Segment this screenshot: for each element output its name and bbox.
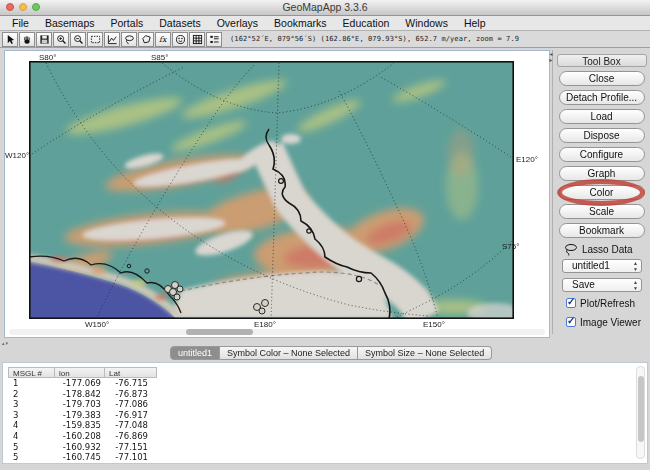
table-row[interactable]: 3-179.383-76.917 — [8, 410, 160, 421]
rect-select-tool-button[interactable] — [87, 32, 103, 47]
table-cell: -160.932 — [55, 442, 105, 453]
grid-tool-button[interactable] — [189, 32, 205, 47]
menu-item-portals[interactable]: Portals — [103, 17, 152, 29]
table-cell: -179.383 — [55, 410, 105, 421]
column-header-msgl[interactable]: MSGL # — [8, 367, 55, 378]
lat-label-s75: S75° — [502, 242, 519, 251]
toolbox-header: Tool Box — [557, 54, 647, 67]
table-cell: -76.869 — [105, 431, 157, 442]
table-row[interactable]: 4-160.208-76.869 — [8, 431, 160, 442]
table-row[interactable]: 5-160.932-77.151 — [8, 442, 160, 453]
dataset-dropdown[interactable]: untitled1 ▲▼ — [562, 259, 642, 273]
table-cell: -177.069 — [55, 378, 105, 389]
lasso-data-button[interactable]: Lasso Data — [563, 242, 633, 257]
close-window-icon[interactable] — [6, 3, 14, 11]
tab-symbol-color-none-selected[interactable]: Symbol Color – None Selected — [220, 346, 358, 360]
pointer-tool-button[interactable] — [2, 32, 18, 47]
column-header-lat[interactable]: Lat — [105, 367, 157, 378]
profile-icon — [107, 34, 118, 45]
function-fx-tool-button[interactable]: fx — [155, 32, 171, 47]
image-viewer-label: Image Viewer — [580, 317, 641, 328]
lasso-tool-button[interactable] — [121, 32, 137, 47]
plot-refresh-checkbox[interactable]: ✓ Plot/Refresh — [566, 297, 635, 309]
tab-untitled1[interactable]: untitled1 — [170, 346, 220, 360]
table-header-row: MSGL #lonLat — [8, 367, 160, 378]
column-header-lon[interactable]: lon — [55, 367, 105, 378]
plot-refresh-label: Plot/Refresh — [580, 298, 635, 309]
tool-buttons: fx — [2, 32, 223, 47]
table-cell: 3 — [8, 410, 55, 421]
zoom-in-icon — [56, 34, 67, 45]
table-row[interactable]: 2-178.842-76.873 — [8, 389, 160, 400]
checkbox-checked-icon: ✓ — [566, 317, 576, 327]
svg-text:fx: fx — [159, 35, 168, 44]
menu-item-education[interactable]: Education — [335, 17, 398, 29]
zoom-out-tool-button[interactable] — [70, 32, 86, 47]
geomapapp-window: GeoMapApp 3.3.6 FileBasemapsPortalsDatas… — [0, 0, 650, 470]
image-viewer-checkbox[interactable]: ✓ Image Viewer — [566, 316, 641, 328]
map-scrollbar-thumb[interactable] — [186, 329, 253, 335]
polygon-select-tool-button[interactable] — [138, 32, 154, 47]
menu-item-windows[interactable]: Windows — [397, 17, 456, 29]
stepper-arrows-icon: ▲▼ — [633, 260, 638, 272]
sidebar-button-close[interactable]: Close — [559, 71, 645, 86]
menu-item-file[interactable]: File — [4, 17, 37, 29]
menu-item-datasets[interactable]: Datasets — [151, 17, 208, 29]
pointer-icon — [5, 34, 16, 45]
map-horizontal-scrollbar[interactable] — [9, 329, 545, 335]
table-cell: -179.703 — [55, 399, 105, 410]
sidebar-button-dispose[interactable]: Dispose — [559, 128, 645, 143]
save-dropdown[interactable]: Save ▲▼ — [562, 278, 642, 292]
table-row[interactable]: 5-160.745-77.101 — [8, 452, 160, 462]
sidebar-button-bookmark[interactable]: Bookmark — [559, 223, 645, 238]
save-dropdown-value: Save — [572, 279, 595, 291]
zoom-out-icon — [73, 34, 84, 45]
table-cell: -76.917 — [105, 410, 157, 421]
zoom-window-icon[interactable] — [32, 3, 40, 11]
data-table-panel: MSGL #lonLat1-177.069-76.7152-178.842-76… — [2, 362, 648, 464]
table-vertical-scrollbar[interactable] — [636, 366, 645, 459]
lon-label-e150: E150° — [423, 320, 445, 329]
stepper-arrows-icon: ▲▼ — [633, 279, 638, 291]
sidebar-button-load[interactable]: Load — [559, 109, 645, 124]
table-cell: -77.048 — [105, 420, 157, 431]
table-cell: -77.151 — [105, 442, 157, 453]
save-tool-button[interactable] — [36, 32, 52, 47]
profile-tool-button[interactable] — [104, 32, 120, 47]
function-fx-icon: fx — [158, 34, 169, 45]
table-scrollbar-thumb[interactable] — [638, 376, 644, 442]
rect-select-icon — [90, 34, 101, 45]
zoom-in-tool-button[interactable] — [53, 32, 69, 47]
minimize-window-icon[interactable] — [19, 3, 27, 11]
save-icon — [39, 34, 50, 45]
menu-item-help[interactable]: Help — [456, 17, 494, 29]
table-row[interactable]: 3-179.703-77.086 — [8, 399, 160, 410]
layers-icon — [209, 34, 220, 45]
table-row[interactable]: 4-159.835-77.048 — [8, 420, 160, 431]
table-row[interactable]: 1-177.069-76.715 — [8, 378, 160, 389]
menu-item-overlays[interactable]: Overlays — [209, 17, 266, 29]
pan-hand-tool-button[interactable] — [19, 32, 35, 47]
menu-item-bookmarks[interactable]: Bookmarks — [266, 17, 335, 29]
tab-symbol-size-none-selected[interactable]: Symbol Size – None Selected — [358, 346, 492, 360]
pan-hand-icon — [22, 34, 33, 45]
antarctica-ice-velocity-map[interactable] — [29, 61, 514, 319]
lon-label-w150: W150° — [85, 320, 109, 329]
sidebar-button-scale[interactable]: Scale — [559, 204, 645, 219]
table-cell: 5 — [8, 442, 55, 453]
checkbox-checked-icon: ✓ — [566, 298, 576, 308]
splitpane-resize-icon[interactable]: ▴▾ — [2, 340, 9, 346]
sidebar-collapse-icon[interactable]: ◂▸ — [547, 51, 555, 63]
sidebar-button-configure[interactable]: Configure — [559, 147, 645, 162]
sidebar-button-graph[interactable]: Graph — [559, 166, 645, 181]
title-bar: GeoMapApp 3.3.6 — [0, 0, 650, 16]
menu-item-basemaps[interactable]: Basemaps — [37, 17, 103, 29]
map-panel: S80° S85° W120° E120° S75° W150° E180° E… — [4, 50, 550, 338]
lasso-icon — [124, 34, 135, 45]
sidebar-button-detach-profile[interactable]: Detach Profile... — [559, 90, 645, 105]
sidebar-button-color[interactable]: Color — [559, 185, 645, 200]
table-cell: -76.715 — [105, 378, 157, 389]
annotate-tool-button[interactable] — [172, 32, 188, 47]
layers-tool-button[interactable] — [206, 32, 222, 47]
menu-bar: FileBasemapsPortalsDatasetsOverlaysBookm… — [0, 16, 650, 31]
